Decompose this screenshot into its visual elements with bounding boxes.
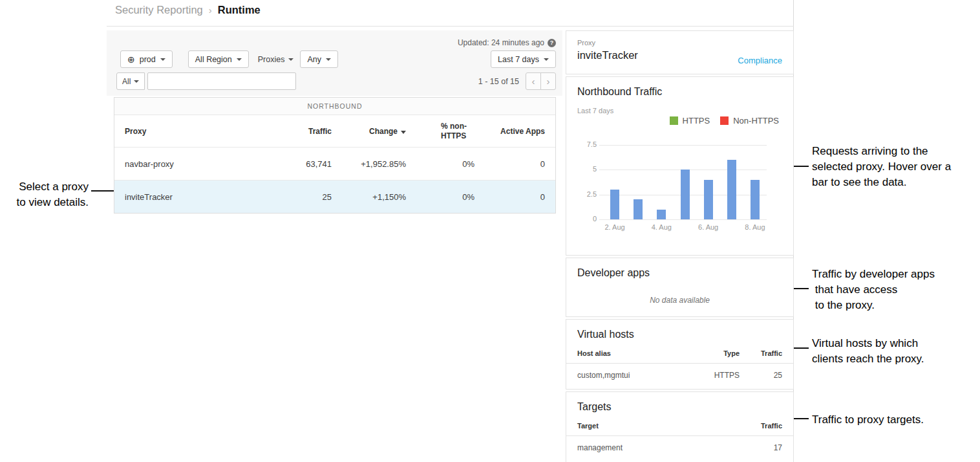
column-header-target: Target bbox=[577, 422, 740, 430]
cell-change: +1,952.85% bbox=[332, 159, 406, 169]
column-header-traffic: Traffic bbox=[740, 422, 782, 430]
annotation-developer-apps-note: Traffic by developer apps that have acce… bbox=[812, 267, 980, 313]
column-header-non-https-label: % non-HTTPS bbox=[441, 122, 474, 141]
annotation-chart-note: Requests arriving to the selected proxy.… bbox=[812, 144, 980, 190]
annotation-targets-note: Traffic to proxy targets. bbox=[812, 412, 980, 428]
caret-down-icon bbox=[288, 58, 293, 61]
chart-xtick-label: 8. Aug bbox=[745, 223, 765, 231]
page-title: Runtime bbox=[218, 4, 261, 16]
search-input[interactable] bbox=[147, 72, 296, 90]
search-scope-dropdown[interactable]: All bbox=[116, 72, 145, 90]
pagination-range: 1 - 15 of 15 bbox=[478, 77, 519, 86]
date-range-dropdown[interactable]: Last 7 days bbox=[491, 50, 556, 68]
legend-label: Non-HTTPS bbox=[733, 116, 779, 126]
northbound-title: Northbound Traffic bbox=[577, 86, 662, 98]
region-dropdown[interactable]: All Region bbox=[188, 50, 249, 68]
targets-card: Targets Target Traffic management 17 bbox=[566, 391, 794, 462]
chart-bar[interactable] bbox=[751, 180, 760, 219]
virtual-host-row[interactable]: custom,mgmtui HTTPS 25 bbox=[566, 364, 793, 387]
chart-bar[interactable] bbox=[727, 160, 736, 219]
target-row[interactable]: management 17 bbox=[566, 436, 793, 459]
chart-ytick-label: 7.5 bbox=[570, 140, 597, 148]
any-dropdown[interactable]: Any bbox=[300, 50, 338, 68]
previous-page-icon[interactable]: ‹ bbox=[526, 72, 541, 90]
chart-bar[interactable] bbox=[610, 190, 619, 219]
proxies-dropdown[interactable]: Proxies bbox=[258, 55, 294, 64]
chart-ytick-label: 2.5 bbox=[570, 190, 597, 198]
proxy-summary-card: Proxy inviteTracker Compliance bbox=[566, 30, 794, 74]
table-header-row: Proxy Traffic Change % non-HTTPS Active … bbox=[114, 115, 555, 147]
chart-bar[interactable] bbox=[657, 210, 666, 219]
compliance-link[interactable]: Compliance bbox=[738, 56, 782, 65]
virtual-hosts-title: Virtual hosts bbox=[566, 329, 793, 340]
filters-row: ⊕ prod All Region Proxies Any bbox=[120, 50, 338, 68]
chart-legend: HTTPSNon-HTTPS bbox=[670, 116, 779, 126]
cell-proxy: inviteTracker bbox=[114, 192, 267, 202]
environment-dropdown-label: prod bbox=[140, 55, 156, 64]
northbound-traffic-card: Northbound Traffic Last 7 days HTTPSNon-… bbox=[566, 76, 794, 256]
developer-apps-card: Developer apps No data available bbox=[566, 258, 794, 317]
cell-traffic: 25 bbox=[740, 371, 782, 380]
column-header-host-alias: Host alias bbox=[577, 349, 688, 357]
cell-traffic: 25 bbox=[267, 192, 332, 202]
column-header-non-https[interactable]: % non-HTTPS bbox=[406, 122, 474, 141]
cell-change: +1,150% bbox=[332, 192, 406, 202]
next-page-icon[interactable]: › bbox=[540, 72, 556, 90]
filter-toolbar: Updated: 24 minutes ago ? ⊕ prod All Reg… bbox=[107, 30, 562, 96]
sort-descending-icon bbox=[401, 131, 406, 134]
cell-traffic: 63,741 bbox=[267, 159, 332, 169]
globe-icon: ⊕ bbox=[127, 55, 135, 64]
developer-apps-empty-state: No data available bbox=[566, 296, 793, 305]
chart-bar[interactable] bbox=[704, 180, 713, 219]
cell-type: HTTPS bbox=[688, 371, 740, 380]
updated-text: Updated: 24 minutes ago bbox=[458, 38, 544, 47]
northbound-subtitle: Last 7 days bbox=[577, 107, 613, 115]
cell-non-https: 0% bbox=[406, 159, 474, 169]
chart-ytick-label: 5 bbox=[570, 165, 597, 173]
developer-apps-title: Developer apps bbox=[577, 267, 650, 279]
caret-down-icon bbox=[134, 80, 139, 83]
targets-header-row: Target Traffic bbox=[566, 422, 793, 436]
chart-gridline bbox=[599, 219, 767, 220]
cell-host-alias: custom,mgmtui bbox=[577, 371, 688, 380]
any-dropdown-label: Any bbox=[307, 55, 321, 64]
region-dropdown-label: All Region bbox=[195, 55, 232, 64]
virtual-hosts-header-row: Host alias Type Traffic bbox=[566, 349, 793, 364]
proxy-label: Proxy bbox=[577, 39, 782, 47]
column-header-traffic[interactable]: Traffic bbox=[267, 127, 332, 136]
chart-ytick-label: 0 bbox=[570, 215, 597, 223]
column-header-change-label: Change bbox=[369, 127, 398, 136]
annotation-virtual-hosts-note: Virtual hosts by which clients reach the… bbox=[812, 336, 980, 367]
search-row: All bbox=[116, 72, 296, 90]
legend-label: HTTPS bbox=[683, 116, 710, 126]
cell-target: management bbox=[577, 443, 740, 452]
chart-xtick-label: 6. Aug bbox=[698, 223, 718, 231]
chart-bar[interactable] bbox=[634, 199, 643, 219]
legend-swatch bbox=[670, 116, 678, 125]
breadcrumb-parent[interactable]: Security Reporting bbox=[115, 4, 203, 16]
virtual-hosts-card: Virtual hosts Host alias Type Traffic cu… bbox=[566, 319, 794, 390]
column-header-traffic: Traffic bbox=[740, 349, 782, 357]
chart-xtick-label: 2. Aug bbox=[604, 223, 624, 231]
chart-plot: 02.557.52. Aug4. Aug6. Aug8. Aug bbox=[603, 145, 767, 219]
legend-item: HTTPS bbox=[670, 116, 710, 126]
column-header-proxy[interactable]: Proxy bbox=[114, 127, 267, 136]
targets-title: Targets bbox=[566, 401, 793, 413]
legend-swatch bbox=[720, 116, 729, 125]
help-icon[interactable]: ? bbox=[548, 39, 556, 47]
chart-bar[interactable] bbox=[681, 170, 690, 219]
environment-dropdown[interactable]: ⊕ prod bbox=[120, 50, 173, 68]
table-group-header: NORTHBOUND bbox=[114, 98, 555, 115]
chart-gridline bbox=[599, 145, 767, 146]
page: Select a proxy to view details. Requests… bbox=[0, 0, 980, 462]
caret-down-icon bbox=[237, 58, 242, 61]
legend-item: Non-HTTPS bbox=[720, 116, 779, 126]
annotation-select-proxy: Select a proxy to view details. bbox=[0, 179, 89, 210]
column-header-change[interactable]: Change bbox=[332, 127, 406, 136]
table-row-invitetracker[interactable]: inviteTracker 25 +1,150% 0% 0 bbox=[114, 180, 555, 213]
proxies-dropdown-label: Proxies bbox=[258, 55, 285, 64]
caret-down-icon bbox=[326, 58, 331, 61]
column-header-active-apps[interactable]: Active Apps bbox=[474, 127, 555, 136]
cell-proxy: navbar-proxy bbox=[114, 159, 267, 169]
table-row-navbar-proxy[interactable]: navbar-proxy 63,741 +1,952.85% 0% 0 bbox=[114, 147, 555, 180]
